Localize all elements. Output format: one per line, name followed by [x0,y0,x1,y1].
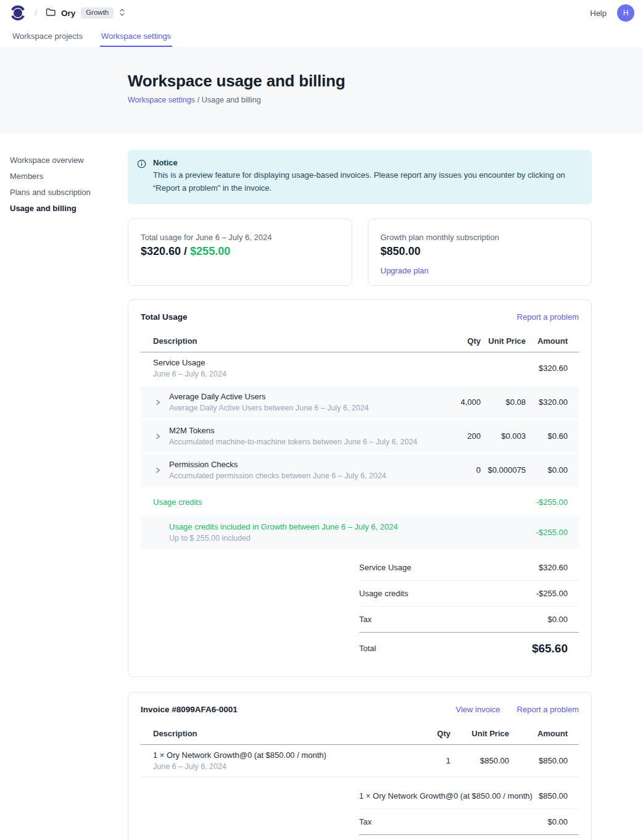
notice-body: This is a preview feature for displaying… [153,169,582,195]
chevron-right-icon[interactable] [153,467,163,473]
summary-cards: Total usage for June 6 – July 6, 2024 $3… [128,218,592,286]
summary-value: $320.60 [539,563,568,572]
row-title: 1 × Ory Network Growth@0 (at $850.00 / m… [153,751,413,760]
total-usage-card: Total Usage Report a problem Description… [128,299,592,677]
summary-label: Usage credits [359,589,408,598]
row-qty: 1 [413,756,450,765]
sidebar-item-plans-and-subscription[interactable]: Plans and subscription [10,184,128,200]
row-title: Usage credits [153,497,438,507]
page-header: Workspace usage and billing Workspace se… [0,47,643,133]
row-amount: -$255.00 [526,528,568,537]
report-problem-link[interactable]: Report a problem [517,312,579,322]
column-description: Description [153,336,438,346]
row-amount: $0.00 [526,465,568,475]
view-invoice-link[interactable]: View invoice [456,705,500,714]
workspace-tabs: Workspace projects Workspace settings [0,26,643,47]
plan-subscription-card: Growth plan monthly subscription $850.00… [368,218,592,286]
plan-amount: $850.00 [381,245,579,258]
summary-row-service-usage: Service Usage $320.60 [359,555,579,581]
row-amount: -$255.00 [526,497,568,507]
tab-workspace-settings[interactable]: Workspace settings [100,26,172,47]
plan-label: Growth plan monthly subscription [381,233,579,242]
tab-workspace-projects[interactable]: Workspace projects [11,26,84,47]
row-title: Permission Checks [169,460,438,469]
page-title: Workspace usage and billing [128,72,643,91]
upgrade-plan-link[interactable]: Upgrade plan [381,266,429,275]
summary-label: 1 × Ory Network Growth@0 (at $850.00 / m… [359,791,533,800]
row-title: Usage credits included in Growth between… [169,522,438,531]
topbar: / Ory Growth Help H [0,0,643,26]
report-problem-link[interactable]: Report a problem [517,705,579,714]
invoice-table-header: Description Qty Unit Price Amount [141,724,579,745]
avatar[interactable]: H [617,4,634,22]
settings-sidebar: Workspace overview Members Plans and sub… [0,133,128,216]
workspace-name: Ory [61,9,75,18]
row-amount: $320.00 [526,397,568,407]
column-unit-price: Unit Price [481,336,526,346]
column-qty: Qty [413,729,450,738]
info-icon [137,159,146,195]
column-unit-price: Unit Price [450,729,509,738]
chevron-right-icon[interactable] [153,399,163,405]
usage-period-label: Total usage for June 6 – July 6, 2024 [141,233,339,242]
total-usage-title: Total Usage [141,312,188,322]
table-row-usage-credits-included: Usage credits included in Growth between… [141,517,579,549]
row-unit-price: $0.000075 [481,465,526,475]
breadcrumb: Workspace settings/ Usage and billing [128,96,643,104]
summary-label: Service Usage [359,563,412,572]
breadcrumb-current: / Usage and billing [197,96,261,104]
row-title: Average Daily Active Users [169,392,438,401]
row-description: Accumulated machine-to-machine tokens be… [169,438,438,446]
invoice-title: Invoice #8099AFA6-0001 [141,705,238,714]
row-qty: 4,000 [438,397,481,407]
table-row-permission-checks[interactable]: Permission Checks Accumulated permission… [141,454,579,486]
table-row-service-usage: Service Usage June 6 – July 6, 2024 $320… [141,352,579,385]
chevron-up-down-icon [119,8,125,19]
help-link[interactable]: Help [590,9,607,18]
row-qty: 200 [438,431,481,441]
total-usage-summary-card: Total usage for June 6 – July 6, 2024 $3… [128,218,352,286]
sidebar-item-workspace-overview[interactable]: Workspace overview [10,152,128,168]
summary-row-total: Total $850.00 [359,835,579,840]
summary-total-value: $65.60 [532,642,568,655]
column-description: Description [153,729,413,738]
row-title: M2M Tokens [169,426,438,435]
summary-row-total: Total $65.60 [359,633,579,662]
sidebar-item-members[interactable]: Members [10,168,128,184]
summary-value: $0.00 [547,615,568,624]
chevron-right-icon[interactable] [153,433,163,439]
notice-banner: Notice This is a preview feature for dis… [128,150,592,204]
breadcrumb-workspace-settings[interactable]: Workspace settings [128,96,195,104]
summary-value: $0.00 [547,817,568,826]
summary-value: $850.00 [539,791,568,800]
row-qty: 0 [438,465,481,475]
usage-credit-value: $255.00 [190,245,230,257]
main-content: Notice This is a preview feature for dis… [128,133,592,840]
workspace-switcher[interactable]: Ory Growth [46,7,125,19]
row-description: Accumulated permission checks between Ju… [169,472,438,480]
row-title: Service Usage [153,358,438,367]
summary-label: Tax [359,615,371,624]
row-period: June 6 – July 6, 2024 [153,762,413,771]
summary-row-usage-credits: Usage credits -$255.00 [359,581,579,607]
invoice-summary: 1 × Ory Network Growth@0 (at $850.00 / m… [359,783,579,840]
summary-row-tax: Tax $0.00 [359,809,579,835]
summary-label: Total [359,644,376,653]
summary-row-tax: Tax $0.00 [359,607,579,633]
plan-badge: Growth [81,7,114,19]
row-note: Up to $ 255.00 included [169,534,438,543]
breadcrumb-separator: / [35,8,37,18]
column-amount: Amount [526,336,568,346]
row-amount: $850.00 [509,756,568,765]
usage-separator: / [181,245,190,257]
summary-value: -$255.00 [536,589,568,598]
summary-row-line: 1 × Ory Network Growth@0 (at $850.00 / m… [359,783,579,809]
app-root: / Ory Growth Help H [0,0,643,840]
ory-logo[interactable] [10,4,26,22]
table-row-average-daily-active-users[interactable]: Average Daily Active Users Average Daily… [141,386,579,418]
row-description: Average Daily Active Users between June … [169,404,438,412]
table-row-usage-credits: Usage credits -$255.00 [141,490,579,515]
sidebar-item-usage-and-billing[interactable]: Usage and billing [10,200,128,216]
usage-amount: $320.60 / $255.00 [141,245,339,258]
table-row-m2m-tokens[interactable]: M2M Tokens Accumulated machine-to-machin… [141,420,579,452]
